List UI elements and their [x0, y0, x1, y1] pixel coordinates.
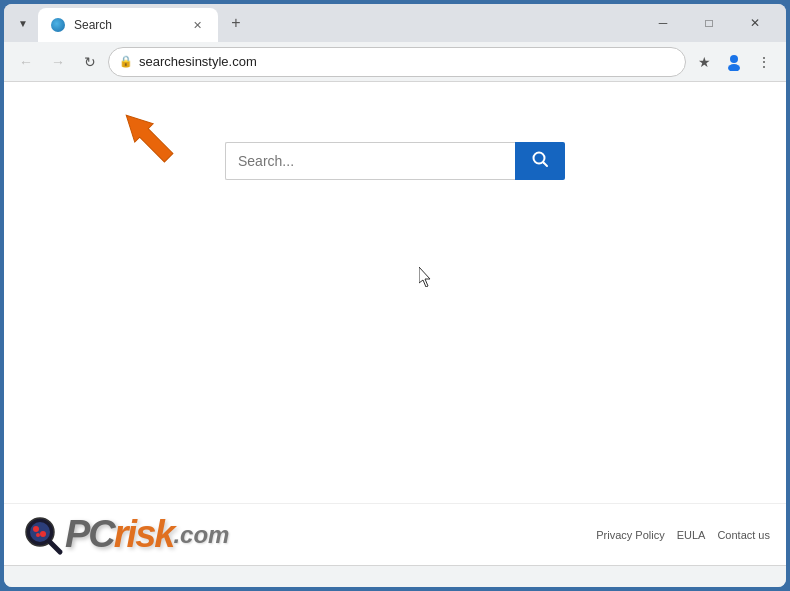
- profile-icon: [725, 53, 743, 71]
- tab-bar: ▼ Search ✕ + ─ □ ✕: [4, 4, 786, 42]
- navigation-bar: ← → ↻ 🔒 ★ ⋮: [4, 42, 786, 82]
- bookmark-button[interactable]: ★: [690, 48, 718, 76]
- minimize-button[interactable]: ─: [640, 7, 686, 39]
- address-bar[interactable]: 🔒: [108, 47, 686, 77]
- pcrisk-pc-text: PC: [65, 513, 114, 556]
- favicon-icon: [51, 18, 65, 32]
- svg-point-9: [33, 526, 39, 532]
- menu-button[interactable]: ⋮: [750, 48, 778, 76]
- tab-dropdown-button[interactable]: ▼: [14, 14, 32, 32]
- pcrisk-risk-text: risk: [114, 513, 174, 556]
- search-button[interactable]: [515, 142, 565, 180]
- tab-title: Search: [74, 18, 180, 32]
- mouse-cursor: [419, 267, 435, 292]
- maximize-button[interactable]: □: [686, 7, 732, 39]
- svg-point-0: [730, 55, 738, 63]
- security-icon: 🔒: [119, 55, 133, 68]
- privacy-policy-link[interactable]: Privacy Policy: [596, 529, 664, 541]
- page-footer: PC risk .com Privacy Policy EULA Contact…: [4, 503, 786, 565]
- status-bar: [4, 565, 786, 587]
- footer-links: Privacy Policy EULA Contact us: [596, 529, 770, 541]
- svg-line-12: [50, 542, 60, 552]
- svg-line-5: [544, 163, 548, 167]
- pcrisk-icon: [20, 512, 65, 557]
- svg-point-8: [30, 522, 50, 542]
- active-tab[interactable]: Search ✕: [38, 8, 218, 42]
- tab-close-button[interactable]: ✕: [188, 16, 206, 34]
- forward-button[interactable]: →: [44, 48, 72, 76]
- profile-button[interactable]: [720, 48, 748, 76]
- search-input[interactable]: [225, 142, 515, 180]
- svg-point-1: [728, 64, 740, 71]
- address-input[interactable]: [139, 54, 675, 69]
- svg-marker-6: [419, 267, 430, 287]
- back-button[interactable]: ←: [12, 48, 40, 76]
- nav-actions: ★ ⋮: [690, 48, 778, 76]
- arrow-annotation: [109, 100, 194, 184]
- svg-marker-3: [117, 106, 178, 167]
- tab-controls-left: ▼: [8, 4, 38, 42]
- search-icon: [531, 150, 549, 172]
- new-tab-button[interactable]: +: [222, 9, 250, 37]
- contact-link[interactable]: Contact us: [717, 529, 770, 541]
- close-button[interactable]: ✕: [732, 7, 778, 39]
- eula-link[interactable]: EULA: [677, 529, 706, 541]
- window-controls: ─ □ ✕: [632, 7, 786, 39]
- refresh-button[interactable]: ↻: [76, 48, 104, 76]
- tab-favicon: [50, 17, 66, 33]
- page-content: PC risk .com Privacy Policy EULA Contact…: [4, 82, 786, 565]
- svg-point-10: [40, 531, 46, 537]
- svg-point-11: [36, 533, 40, 537]
- pcrisk-logo: PC risk .com: [20, 512, 229, 557]
- browser-chrome: ▼ Search ✕ + ─ □ ✕ ← → ↻ 🔒 ★: [4, 4, 786, 587]
- search-box-area: [225, 142, 565, 180]
- pcrisk-dotcom-text: .com: [173, 521, 229, 549]
